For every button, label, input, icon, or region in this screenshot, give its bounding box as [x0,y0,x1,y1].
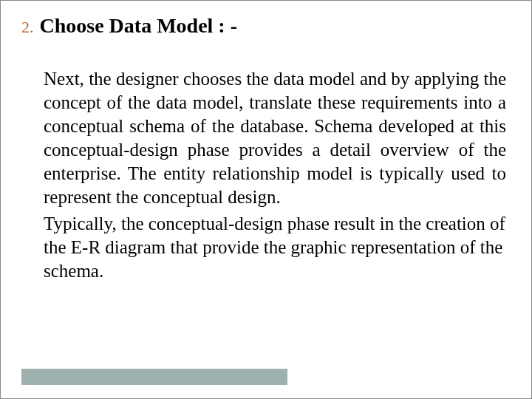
paragraph-1: Next, the designer chooses the data mode… [44,67,506,209]
heading-row: 2. Choose Data Model : - [21,14,511,38]
footer-accent-bar [21,369,287,385]
slide: 2. Choose Data Model : - Next, the desig… [0,0,532,399]
list-number: 2. [21,18,34,37]
section-heading: Choose Data Model : - [40,14,238,38]
paragraph-2: Typically, the conceptual-design phase r… [44,212,506,283]
body-block: Next, the designer chooses the data mode… [21,67,511,283]
